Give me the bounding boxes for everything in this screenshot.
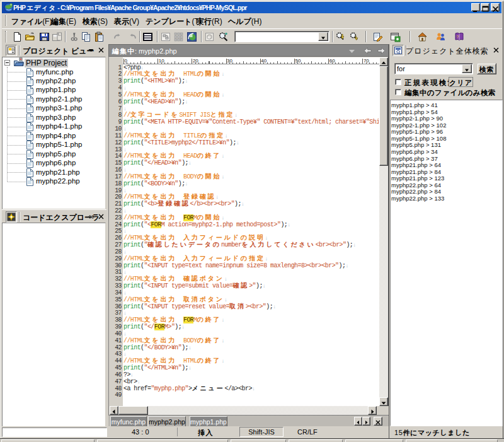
svg-text:?: ?	[456, 35, 459, 39]
